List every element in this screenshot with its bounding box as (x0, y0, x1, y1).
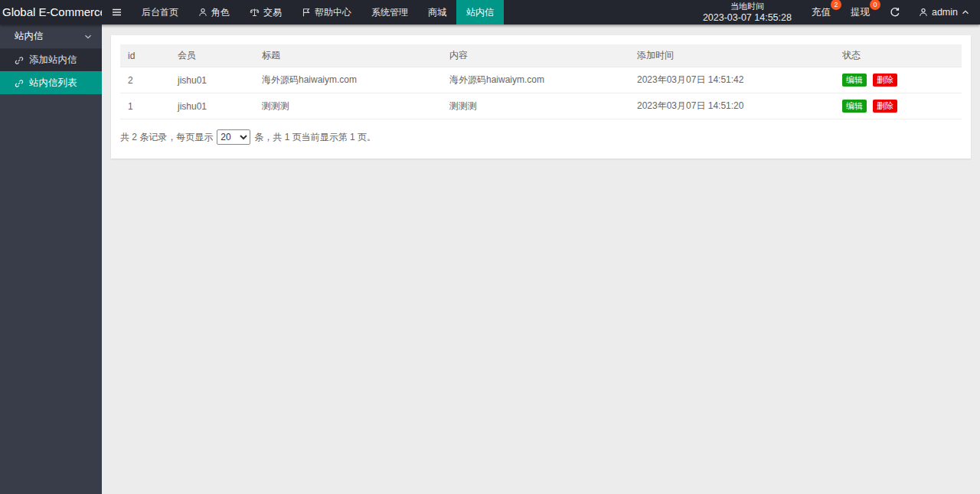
refresh-button[interactable] (890, 7, 900, 18)
local-time-label: 当地时间 (703, 1, 792, 11)
col-id: id (120, 44, 170, 67)
hamburger-icon (112, 8, 122, 17)
withdraw-count-badge: 0 (870, 0, 880, 10)
local-time-block: 当地时间 2023-03-07 14:55:28 (703, 1, 792, 25)
edit-button[interactable]: 编辑 (842, 100, 867, 113)
cell-member: jishu01 (170, 67, 254, 93)
cell-content: 海外源码haiwaiym.com (442, 67, 629, 93)
withdraw-label: 提现 (851, 7, 870, 18)
link-icon (15, 79, 24, 88)
header-right: 当地时间 2023-03-07 14:55:28 充值 2 提现 0 admin (703, 0, 980, 25)
flag-icon (302, 8, 311, 17)
pagination-suffix: 条，共 1 页当前显示第 1 页。 (254, 131, 376, 144)
recharge-link[interactable]: 充值 2 (812, 5, 831, 21)
nav-item-label: 帮助中心 (315, 6, 351, 19)
col-content: 内容 (442, 44, 629, 67)
nav-item-label: 站内信 (466, 6, 494, 19)
cell-id: 2 (120, 67, 170, 93)
nav-item-label: 系统管理 (371, 6, 408, 19)
cell-id: 1 (120, 93, 170, 119)
nav-item-site-messages[interactable]: 站内信 (456, 0, 504, 25)
nav-item-dashboard[interactable]: 后台首页 (132, 0, 188, 25)
cell-member: jishu01 (170, 93, 254, 119)
nav-item-help-center[interactable]: 帮助中心 (292, 0, 361, 25)
user-menu[interactable]: admin (919, 7, 980, 18)
table-row: 2 jishu01 海外源码haiwaiym.com 海外源码haiwaiym.… (120, 67, 962, 93)
message-list-card: id 会员 标题 内容 添加时间 状态 2 jishu01 海外源码haiwai… (111, 35, 971, 159)
nav-item-mall[interactable]: 商城 (418, 0, 456, 25)
sidebar-item-label: 添加站内信 (29, 54, 77, 67)
edit-button[interactable]: 编辑 (842, 74, 867, 87)
cell-title: 测测测 (254, 93, 442, 119)
nav-item-label: 商城 (428, 6, 446, 19)
chevron-up-icon (962, 9, 969, 15)
pagination: 共 2 条记录，每页显示 20 条，共 1 页当前显示第 1 页。 (120, 129, 962, 145)
scale-icon (250, 8, 260, 17)
table-row: 1 jishu01 测测测 测测测 2023年03月07日 14:51:20 编… (120, 93, 962, 119)
col-status: 状态 (835, 44, 962, 67)
menu-toggle-button[interactable] (102, 0, 132, 25)
delete-button[interactable]: 删除 (873, 100, 897, 113)
person-icon (198, 8, 207, 17)
recharge-label: 充值 (812, 7, 831, 18)
nav-item-system[interactable]: 系统管理 (361, 0, 418, 25)
refresh-icon (890, 7, 900, 18)
nav-item-roles[interactable]: 角色 (188, 0, 240, 25)
nav-item-label: 角色 (211, 6, 230, 19)
sidebar-group-site-messages[interactable]: 站内信 (0, 25, 102, 48)
cell-actions: 编辑 删除 (835, 67, 962, 93)
user-name: admin (932, 7, 958, 18)
sidebar-item-message-list[interactable]: 站内信列表 (0, 71, 102, 94)
page-size-select[interactable]: 20 (217, 129, 250, 145)
sidebar-item-label: 站内信列表 (29, 77, 77, 90)
messages-table: id 会员 标题 内容 添加时间 状态 2 jishu01 海外源码haiwai… (120, 44, 962, 119)
user-icon (919, 8, 928, 17)
col-member: 会员 (170, 44, 254, 67)
content-area: id 会员 标题 内容 添加时间 状态 2 jishu01 海外源码haiwai… (102, 25, 980, 494)
nav-item-label: 后台首页 (142, 6, 178, 19)
col-title: 标题 (254, 44, 442, 67)
cell-actions: 编辑 删除 (835, 93, 962, 119)
cell-title: 海外源码haiwaiym.com (254, 67, 442, 93)
delete-button[interactable]: 删除 (873, 74, 897, 87)
nav-item-trades[interactable]: 交易 (240, 0, 292, 25)
cell-added-time: 2023年03月07日 14:51:42 (629, 67, 835, 93)
sidebar-item-add-message[interactable]: 添加站内信 (0, 48, 102, 71)
sidebar-group-label: 站内信 (15, 30, 44, 43)
pagination-prefix: 共 2 条记录，每页显示 (120, 131, 213, 144)
app-logo: Global E-Commerce... (0, 0, 102, 25)
withdraw-link[interactable]: 提现 0 (851, 5, 870, 21)
chevron-down-icon (84, 34, 92, 40)
recharge-count-badge: 2 (831, 0, 841, 10)
table-header-row: id 会员 标题 内容 添加时间 状态 (120, 44, 962, 67)
cell-added-time: 2023年03月07日 14:51:20 (629, 93, 835, 119)
cell-content: 测测测 (442, 93, 629, 119)
nav-item-label: 交易 (263, 6, 282, 19)
col-added-time: 添加时间 (629, 44, 835, 67)
main-nav: 后台首页 角色 交易 帮助中心 系统管理 商城 站内信 (132, 0, 504, 25)
sidebar: 站内信 添加站内信 站内信列表 (0, 25, 102, 494)
link-icon (15, 56, 24, 65)
top-navbar: Global E-Commerce... 后台首页 角色 交易 帮助中心 (0, 0, 980, 25)
local-time-value: 2023-03-07 14:55:28 (703, 11, 792, 24)
